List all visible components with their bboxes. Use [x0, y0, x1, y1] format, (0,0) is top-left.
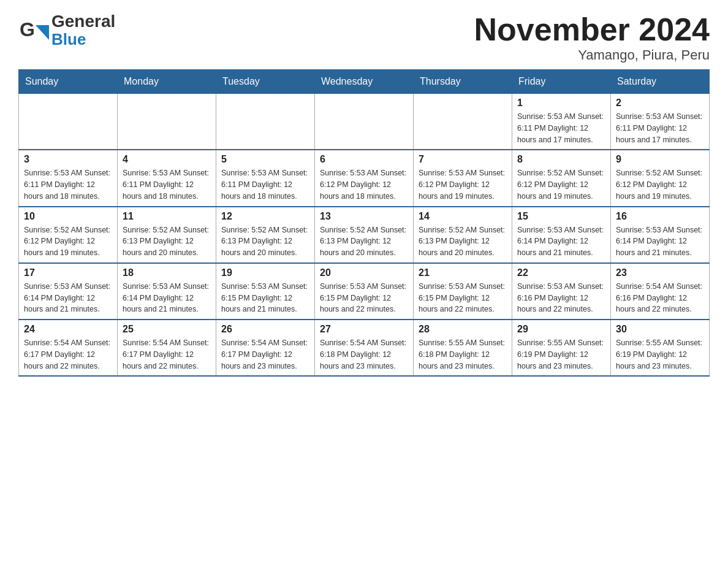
day-number: 1	[517, 98, 605, 109]
svg-marker-1	[36, 25, 49, 40]
logo-general-text: General	[51, 12, 115, 31]
day-info: Sunrise: 5:52 AM Sunset: 6:13 PM Dayligh…	[221, 224, 309, 259]
page-header: G General Blue November 2024 Yamango, Pi…	[18, 12, 710, 63]
days-of-week-row: SundayMondayTuesdayWednesdayThursdayFrid…	[19, 70, 710, 94]
day-info: Sunrise: 5:53 AM Sunset: 6:15 PM Dayligh…	[419, 281, 507, 315]
day-number: 7	[419, 154, 507, 165]
day-info: Sunrise: 5:52 AM Sunset: 6:12 PM Dayligh…	[517, 167, 605, 202]
calendar-cell	[315, 94, 414, 150]
day-info: Sunrise: 5:53 AM Sunset: 6:16 PM Dayligh…	[517, 281, 605, 315]
week-row-5: 24Sunrise: 5:54 AM Sunset: 6:17 PM Dayli…	[19, 320, 710, 376]
day-number: 14	[419, 211, 507, 222]
calendar-table: SundayMondayTuesdayWednesdayThursdayFrid…	[18, 69, 710, 377]
logo-blue-text: Blue	[51, 31, 115, 47]
day-info: Sunrise: 5:54 AM Sunset: 6:18 PM Dayligh…	[320, 337, 408, 372]
day-info: Sunrise: 5:55 AM Sunset: 6:19 PM Dayligh…	[616, 337, 704, 372]
day-number: 3	[24, 154, 112, 165]
calendar-cell: 26Sunrise: 5:54 AM Sunset: 6:17 PM Dayli…	[216, 320, 315, 376]
day-number: 22	[517, 267, 605, 278]
day-number: 27	[320, 324, 408, 335]
calendar-cell: 8Sunrise: 5:52 AM Sunset: 6:12 PM Daylig…	[512, 150, 611, 206]
day-number: 24	[24, 324, 112, 335]
title-block: November 2024 Yamango, Piura, Peru	[474, 12, 710, 63]
day-info: Sunrise: 5:53 AM Sunset: 6:14 PM Dayligh…	[123, 281, 211, 315]
day-info: Sunrise: 5:53 AM Sunset: 6:11 PM Dayligh…	[123, 167, 211, 202]
calendar-cell: 4Sunrise: 5:53 AM Sunset: 6:11 PM Daylig…	[118, 150, 216, 206]
day-number: 30	[616, 324, 704, 335]
calendar-cell	[118, 94, 216, 150]
calendar-cell: 22Sunrise: 5:53 AM Sunset: 6:16 PM Dayli…	[512, 263, 611, 320]
day-info: Sunrise: 5:53 AM Sunset: 6:11 PM Dayligh…	[616, 111, 704, 145]
day-info: Sunrise: 5:53 AM Sunset: 6:12 PM Dayligh…	[320, 167, 408, 202]
calendar-cell: 28Sunrise: 5:55 AM Sunset: 6:18 PM Dayli…	[414, 320, 512, 376]
week-row-1: 1Sunrise: 5:53 AM Sunset: 6:11 PM Daylig…	[19, 94, 710, 150]
calendar-body: 1Sunrise: 5:53 AM Sunset: 6:11 PM Daylig…	[19, 94, 710, 377]
day-info: Sunrise: 5:53 AM Sunset: 6:14 PM Dayligh…	[24, 281, 112, 315]
day-info: Sunrise: 5:52 AM Sunset: 6:12 PM Dayligh…	[24, 224, 112, 259]
day-number: 12	[221, 211, 309, 222]
day-number: 10	[24, 211, 112, 222]
day-number: 25	[123, 324, 211, 335]
calendar-cell: 15Sunrise: 5:53 AM Sunset: 6:14 PM Dayli…	[512, 207, 611, 263]
calendar-cell: 25Sunrise: 5:54 AM Sunset: 6:17 PM Dayli…	[118, 320, 216, 376]
header-sunday: Sunday	[19, 70, 118, 94]
calendar-cell	[414, 94, 512, 150]
header-saturday: Saturday	[611, 70, 710, 94]
day-number: 11	[123, 211, 211, 222]
calendar-cell: 1Sunrise: 5:53 AM Sunset: 6:11 PM Daylig…	[512, 94, 611, 150]
day-number: 9	[616, 154, 704, 165]
day-number: 4	[123, 154, 211, 165]
calendar-cell: 3Sunrise: 5:53 AM Sunset: 6:11 PM Daylig…	[19, 150, 118, 206]
calendar-cell: 14Sunrise: 5:52 AM Sunset: 6:13 PM Dayli…	[414, 207, 512, 263]
day-number: 2	[616, 98, 704, 109]
day-info: Sunrise: 5:52 AM Sunset: 6:13 PM Dayligh…	[419, 224, 507, 259]
day-info: Sunrise: 5:53 AM Sunset: 6:11 PM Dayligh…	[24, 167, 112, 202]
header-tuesday: Tuesday	[216, 70, 315, 94]
header-friday: Friday	[512, 70, 611, 94]
day-number: 28	[419, 324, 507, 335]
day-number: 13	[320, 211, 408, 222]
day-info: Sunrise: 5:54 AM Sunset: 6:16 PM Dayligh…	[616, 281, 704, 315]
day-info: Sunrise: 5:53 AM Sunset: 6:11 PM Dayligh…	[221, 167, 309, 202]
day-number: 5	[221, 154, 309, 165]
day-info: Sunrise: 5:52 AM Sunset: 6:13 PM Dayligh…	[123, 224, 211, 259]
calendar-cell: 6Sunrise: 5:53 AM Sunset: 6:12 PM Daylig…	[315, 150, 414, 206]
day-info: Sunrise: 5:54 AM Sunset: 6:17 PM Dayligh…	[221, 337, 309, 372]
day-number: 20	[320, 267, 408, 278]
week-row-3: 10Sunrise: 5:52 AM Sunset: 6:12 PM Dayli…	[19, 207, 710, 263]
header-thursday: Thursday	[414, 70, 512, 94]
day-info: Sunrise: 5:52 AM Sunset: 6:12 PM Dayligh…	[616, 167, 704, 202]
calendar-cell: 7Sunrise: 5:53 AM Sunset: 6:12 PM Daylig…	[414, 150, 512, 206]
calendar-cell: 23Sunrise: 5:54 AM Sunset: 6:16 PM Dayli…	[611, 263, 710, 320]
day-number: 23	[616, 267, 704, 278]
header-monday: Monday	[118, 70, 216, 94]
calendar-header: SundayMondayTuesdayWednesdayThursdayFrid…	[19, 70, 710, 94]
day-info: Sunrise: 5:53 AM Sunset: 6:15 PM Dayligh…	[320, 281, 408, 315]
calendar-cell: 19Sunrise: 5:53 AM Sunset: 6:15 PM Dayli…	[216, 263, 315, 320]
day-info: Sunrise: 5:55 AM Sunset: 6:18 PM Dayligh…	[419, 337, 507, 372]
day-info: Sunrise: 5:53 AM Sunset: 6:12 PM Dayligh…	[419, 167, 507, 202]
day-number: 18	[123, 267, 211, 278]
calendar-subtitle: Yamango, Piura, Peru	[474, 47, 710, 63]
calendar-cell: 24Sunrise: 5:54 AM Sunset: 6:17 PM Dayli…	[19, 320, 118, 376]
day-info: Sunrise: 5:55 AM Sunset: 6:19 PM Dayligh…	[517, 337, 605, 372]
day-info: Sunrise: 5:52 AM Sunset: 6:13 PM Dayligh…	[320, 224, 408, 259]
header-wednesday: Wednesday	[315, 70, 414, 94]
day-info: Sunrise: 5:53 AM Sunset: 6:14 PM Dayligh…	[517, 224, 605, 259]
day-info: Sunrise: 5:53 AM Sunset: 6:14 PM Dayligh…	[616, 224, 704, 259]
calendar-cell: 10Sunrise: 5:52 AM Sunset: 6:12 PM Dayli…	[19, 207, 118, 263]
week-row-4: 17Sunrise: 5:53 AM Sunset: 6:14 PM Dayli…	[19, 263, 710, 320]
day-number: 19	[221, 267, 309, 278]
calendar-cell: 5Sunrise: 5:53 AM Sunset: 6:11 PM Daylig…	[216, 150, 315, 206]
calendar-cell	[216, 94, 315, 150]
day-info: Sunrise: 5:54 AM Sunset: 6:17 PM Dayligh…	[24, 337, 112, 372]
day-info: Sunrise: 5:53 AM Sunset: 6:15 PM Dayligh…	[221, 281, 309, 315]
calendar-cell: 20Sunrise: 5:53 AM Sunset: 6:15 PM Dayli…	[315, 263, 414, 320]
calendar-cell: 29Sunrise: 5:55 AM Sunset: 6:19 PM Dayli…	[512, 320, 611, 376]
calendar-cell	[19, 94, 118, 150]
day-number: 26	[221, 324, 309, 335]
logo: G General Blue	[18, 12, 115, 47]
day-info: Sunrise: 5:54 AM Sunset: 6:17 PM Dayligh…	[123, 337, 211, 372]
logo-text: General Blue	[51, 12, 115, 47]
day-number: 17	[24, 267, 112, 278]
